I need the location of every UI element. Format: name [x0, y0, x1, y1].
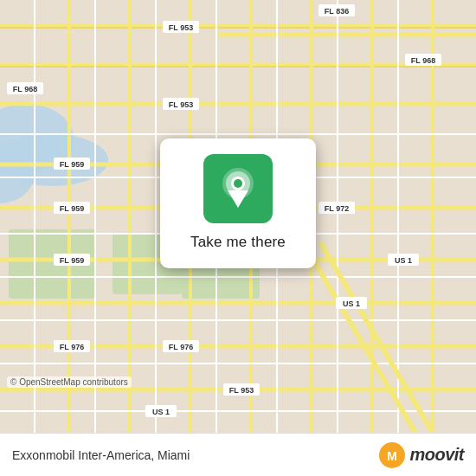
take-me-there-button[interactable]: Take me there [190, 232, 286, 253]
svg-text:FL 959: FL 959 [60, 160, 84, 169]
moovit-logo: M moovit [378, 441, 464, 469]
svg-text:FL 959: FL 959 [60, 256, 84, 265]
moovit-icon: M [378, 441, 406, 469]
svg-text:US 1: US 1 [343, 299, 360, 308]
svg-text:US 1: US 1 [152, 408, 170, 416]
svg-text:US 1: US 1 [395, 256, 412, 265]
svg-text:FL 953: FL 953 [169, 100, 193, 109]
bottom-bar: Exxonmobil Inter-America, Miami M moovit [0, 433, 476, 476]
svg-text:FL 972: FL 972 [325, 204, 349, 213]
map-pin-icon [219, 166, 257, 211]
svg-point-80 [234, 179, 242, 188]
map-attribution: © OpenStreetMap contributors [7, 376, 132, 388]
location-label: Exxonmobil Inter-America, Miami [12, 448, 371, 462]
moovit-wordmark: moovit [409, 445, 464, 465]
svg-text:FL 968: FL 968 [411, 56, 435, 65]
map-container: FL 953 FL 836 FL 968 FL 968 FL 959 FL 95… [0, 0, 476, 433]
svg-text:FL 953: FL 953 [229, 386, 254, 395]
svg-text:FL 976: FL 976 [60, 343, 84, 351]
location-popup: Take me there [160, 138, 316, 268]
svg-text:FL 959: FL 959 [60, 204, 84, 213]
svg-text:FL 953: FL 953 [169, 23, 193, 32]
svg-text:M: M [388, 449, 398, 463]
svg-text:FL 976: FL 976 [169, 343, 193, 351]
svg-marker-79 [228, 190, 248, 208]
location-icon-background [203, 154, 273, 223]
svg-text:FL 836: FL 836 [325, 7, 349, 16]
svg-text:FL 968: FL 968 [13, 85, 37, 93]
